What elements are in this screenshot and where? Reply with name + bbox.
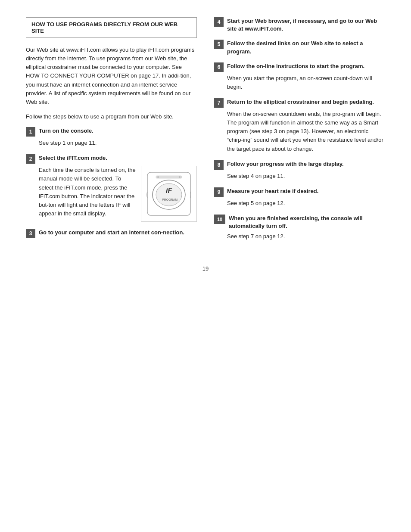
step-number-8: 8 [214, 160, 224, 170]
svg-point-7 [179, 176, 181, 178]
ifit-console-image: iF PROGRAM [141, 166, 197, 222]
step-number-1: 1 [26, 127, 35, 137]
step-5-title: Follow the desired links on our Web site… [227, 40, 385, 55]
step-number-4: 4 [214, 17, 224, 27]
page-number: 19 [26, 265, 385, 272]
step-number-3: 3 [26, 229, 35, 238]
step-2-title: Select the iFIT.com mode. [39, 154, 107, 162]
step-number-7: 7 [214, 98, 224, 108]
step-9-title: Measure your heart rate if desired. [227, 187, 318, 195]
step-8-body: See step 4 on page 11. [227, 172, 385, 180]
step-6-body: When you start the program, an on-screen… [227, 74, 385, 91]
step-2: 2 Select the iFIT.com mode. Each time th… [26, 154, 197, 222]
step-6: 6 Follow the on-line instructions to sta… [214, 62, 385, 91]
step-8-title: Follow your progress with the large disp… [227, 160, 344, 168]
step-2-body: Each time the console is turned on, the … [39, 166, 136, 222]
step-number-9: 9 [214, 187, 224, 197]
step-4-title: Start your Web browser, if necessary, an… [227, 17, 385, 33]
step-9: 9 Measure your heart rate if desired. Se… [214, 187, 385, 208]
step-7-title: Return to the elliptical crosstrainer an… [227, 98, 374, 106]
step-number-10: 10 [214, 215, 225, 224]
step-5: 5 Follow the desired links on our Web si… [214, 40, 385, 55]
step-10: 10 When you are finished exercising, the… [214, 215, 385, 241]
step-1: 1 Turn on the console. See step 1 on pag… [26, 127, 197, 147]
intro-paragraph-1: Our Web site at www.iFIT.com allows you … [26, 46, 197, 106]
step-9-body: See step 5 on page 12. [227, 199, 385, 208]
step-7: 7 Return to the elliptical crosstrainer … [214, 98, 385, 153]
step-3-title: Go to your computer and start an interne… [39, 229, 184, 236]
step-1-title: Turn on the console. [39, 127, 93, 135]
step-number-5: 5 [214, 40, 224, 49]
step-number-6: 6 [214, 62, 224, 72]
step-1-body: See step 1 on page 11. [39, 139, 197, 147]
svg-text:iF: iF [166, 187, 172, 194]
step-6-title: Follow the on-line instructions to start… [227, 62, 364, 70]
step-3: 3 Go to your computer and start an inter… [26, 229, 197, 238]
intro-paragraph-2: Follow the steps below to use a program … [26, 112, 197, 121]
step-7-body: When the on-screen countdown ends, the p… [227, 110, 385, 153]
page: HOW TO USE PROGRAMS DIRECTLY FROM OUR WE… [0, 0, 411, 532]
step-8: 8 Follow your progress with the large di… [214, 160, 385, 180]
svg-text:PROGRAM: PROGRAM [162, 198, 177, 201]
svg-point-6 [157, 176, 159, 178]
svg-rect-5 [156, 176, 182, 178]
step-10-body: See step 7 on page 12. [227, 232, 385, 241]
left-column: HOW TO USE PROGRAMS DIRECTLY FROM OUR WE… [26, 17, 197, 248]
right-column: 4 Start your Web browser, if necessary, … [214, 17, 385, 248]
step-4: 4 Start your Web browser, if necessary, … [214, 17, 385, 33]
section-header: HOW TO USE PROGRAMS DIRECTLY FROM OUR WE… [26, 17, 197, 38]
section-title: HOW TO USE PROGRAMS DIRECTLY FROM OUR WE… [31, 21, 191, 34]
step-10-title: When you are finished exercising, the co… [229, 215, 385, 230]
step-number-2: 2 [26, 154, 35, 164]
